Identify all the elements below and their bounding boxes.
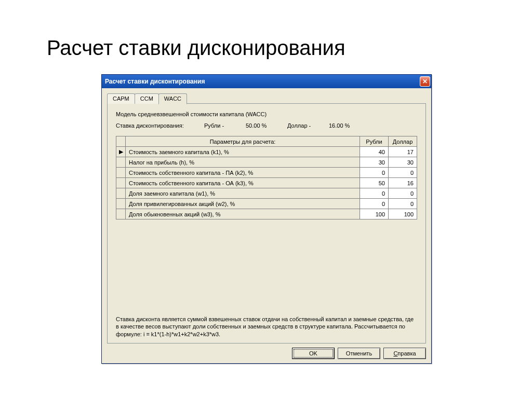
col-usd: Доллар [389, 136, 417, 147]
cell-rub[interactable]: 100 [360, 209, 389, 219]
row-marker [116, 168, 126, 178]
table-header-row: Параметры для расчета: Рубли Доллар [116, 136, 417, 147]
row-marker [116, 209, 126, 219]
cell-param[interactable]: Доля заемного капитала (w1), % [126, 188, 360, 199]
params-table[interactable]: Параметры для расчета: Рубли Доллар ▶ Ст… [116, 136, 417, 219]
cell-rub[interactable]: 50 [360, 178, 389, 188]
tab-strip: CAPM CCM WACC [107, 93, 426, 104]
cell-param[interactable]: Стоимость собственного капитала - ОА (k3… [126, 178, 360, 188]
table-row[interactable]: Доля заемного капитала (w1), % 0 0 [116, 188, 417, 199]
tab-wacc[interactable]: WACC [158, 93, 187, 104]
cell-usd[interactable]: 0 [389, 168, 417, 178]
model-title: Модель средневзвешенной стоимости капита… [116, 111, 417, 117]
cell-usd[interactable]: 16 [389, 178, 417, 188]
cur-usd-label: Доллар - [287, 122, 318, 129]
cur-usd-value: 16.00 % [329, 122, 360, 129]
cell-param[interactable]: Доля привилегированных акций (w2), % [126, 199, 360, 209]
cell-param[interactable]: Стоимость заемного капитала (k1), % [126, 147, 360, 157]
cancel-button[interactable]: Отменить [338, 348, 380, 359]
tab-capm[interactable]: CAPM [107, 93, 135, 104]
table-row[interactable]: Доля обыкновенных акций (w3), % 100 100 [116, 209, 417, 219]
rate-line: Ставка дисконтирования: Рубли - 50.00 % … [116, 122, 417, 129]
cell-rub[interactable]: 40 [360, 147, 389, 157]
help-button[interactable]: Справка [383, 348, 426, 359]
cur-rub-value: 50.00 % [246, 122, 277, 129]
row-marker [116, 178, 126, 188]
table-row[interactable]: Стоимость собственного капитала - ПА (k2… [116, 168, 417, 178]
button-bar: OK Отменить Справка [107, 344, 426, 359]
dialog-window: Расчет ставки дисконтирования ✕ CAPM CCM… [101, 74, 432, 364]
cell-rub[interactable]: 0 [360, 188, 389, 199]
table-row[interactable]: Доля привилегированных акций (w2), % 0 0 [116, 199, 417, 209]
cell-rub[interactable]: 0 [360, 168, 389, 178]
col-param: Параметры для расчета: [126, 136, 360, 147]
cell-param[interactable]: Доля обыкновенных акций (w3), % [126, 209, 360, 219]
cell-usd[interactable]: 0 [389, 199, 417, 209]
row-marker [116, 157, 126, 168]
close-icon[interactable]: ✕ [420, 76, 430, 87]
cell-usd[interactable]: 17 [389, 147, 417, 157]
table-row[interactable]: Налог на прибыль (h), % 30 30 [116, 157, 417, 168]
cell-rub[interactable]: 0 [360, 199, 389, 209]
rate-label: Ставка дисконтирования: [116, 122, 194, 129]
tab-panel-wacc: Модель средневзвешенной стоимости капита… [107, 103, 426, 344]
titlebar[interactable]: Расчет ставки дисконтирования ✕ [102, 75, 431, 88]
cell-rub[interactable]: 30 [360, 157, 389, 168]
col-marker [116, 136, 126, 147]
client-area: CAPM CCM WACC Модель средневзвешенной ст… [102, 88, 431, 363]
table-row[interactable]: Стоимость собственного капитала - ОА (k3… [116, 178, 417, 188]
cell-param[interactable]: Налог на прибыль (h), % [126, 157, 360, 168]
row-marker [116, 188, 126, 199]
cur-rub-label: Рубли - [204, 122, 235, 129]
tab-ccm[interactable]: CCM [135, 93, 159, 104]
ok-button[interactable]: OK [292, 348, 335, 359]
window-title: Расчет ставки дисконтирования [105, 78, 205, 85]
description-text: Ставка дисконта является суммой взвешенн… [116, 300, 417, 338]
cell-param[interactable]: Стоимость собственного капитала - ПА (k2… [126, 168, 360, 178]
table-row[interactable]: ▶ Стоимость заемного капитала (k1), % 40… [116, 147, 417, 157]
row-marker [116, 199, 126, 209]
cell-usd[interactable]: 0 [389, 188, 417, 199]
cell-usd[interactable]: 100 [389, 209, 417, 219]
col-rub: Рубли [360, 136, 389, 147]
slide-title: Расчет ставки дисконирования [47, 36, 345, 60]
cell-usd[interactable]: 30 [389, 157, 417, 168]
row-marker: ▶ [116, 147, 126, 157]
